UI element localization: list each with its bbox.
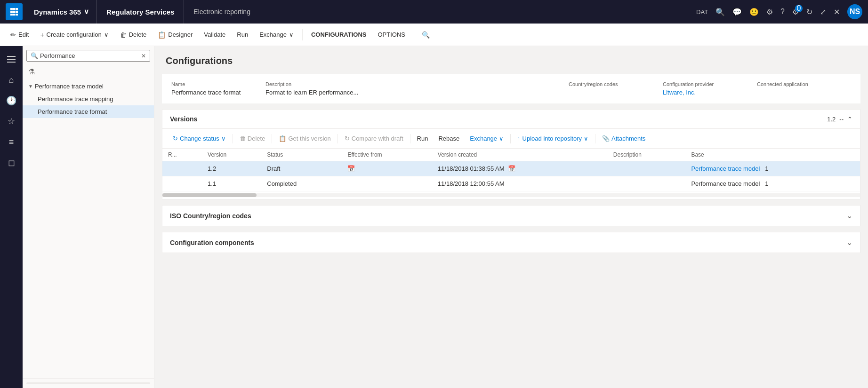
components-section-header[interactable]: Configuration components ⌄ <box>162 232 860 253</box>
versions-delete-button[interactable]: 🗑 Delete <box>235 133 270 144</box>
run-button[interactable]: Run <box>232 28 253 41</box>
sidebar-bookmark-icon[interactable]: ☆ <box>2 112 21 131</box>
sidebar-recent-icon[interactable]: 🕐 <box>2 91 21 110</box>
search-icon[interactable]: 🔍 <box>715 8 725 16</box>
change-status-icon: ↻ <box>173 135 178 142</box>
avatar[interactable]: NS <box>847 4 862 19</box>
dat-label: DAT <box>696 8 708 16</box>
edit-button[interactable]: ✏ Edit <box>6 28 33 41</box>
versions-table-wrapper: R... Version Status Effective from Versi… <box>162 149 860 199</box>
versions-section-header[interactable]: Versions 1.2 -- ⌃ <box>162 110 860 129</box>
configurations-tab[interactable]: CONFIGURATIONS <box>306 28 371 41</box>
tree-item-label-2: Performance trace format <box>38 108 107 115</box>
top-bar-right: DAT 🔍 💬 🙂 ⚙ ? ⚙ 0 ↻ ⤢ ✕ NS <box>696 4 862 19</box>
delete-button[interactable]: 🗑 Delete <box>115 28 152 41</box>
cell-description-1 <box>608 176 686 191</box>
sidebar-hamburger[interactable] <box>2 50 21 69</box>
search-box-icon: 🔍 <box>31 52 38 59</box>
cell-base-1: Performance trace model 1 <box>685 176 860 191</box>
exchange-button[interactable]: Exchange ∨ <box>255 28 298 41</box>
upload-repository-button[interactable]: ↑ Upload into repository ∨ <box>513 133 593 144</box>
tree-item-perf-trace-format[interactable]: Performance trace format <box>23 105 154 118</box>
version-separator: -- <box>839 116 844 123</box>
search-input[interactable] <box>40 52 141 59</box>
message-icon[interactable]: 💬 <box>732 8 742 16</box>
tree-item-perf-trace-mapping[interactable]: Performance trace mapping <box>23 93 154 105</box>
cell-version-0: 1.2 <box>202 161 261 176</box>
exchange-chevron: ∨ <box>289 31 294 38</box>
dynamics-nav[interactable]: Dynamics 365 ∨ <box>26 0 97 24</box>
description-col: Description Format to learn ER performan… <box>265 81 569 96</box>
cell-effective-1 <box>342 176 432 191</box>
versions-exchange-chevron: ∨ <box>499 135 504 142</box>
get-version-icon: 📋 <box>279 135 286 142</box>
versions-run-button[interactable]: Run <box>412 133 433 144</box>
cell-status-1: Completed <box>261 176 342 191</box>
svg-rect-5 <box>16 11 18 13</box>
cell-version-created-0: 11/18/2018 01:38:55 AM 📅 <box>432 161 608 176</box>
filter-icon[interactable]: ⚗ <box>28 67 35 76</box>
help-icon[interactable]: ? <box>780 8 785 16</box>
svg-rect-2 <box>16 8 18 10</box>
base-num-1: 1 <box>765 180 768 187</box>
svg-rect-4 <box>13 11 16 13</box>
sidebar-box-icon[interactable]: ◻ <box>2 153 21 172</box>
table-row[interactable]: 1.1 Completed 11/18/2018 12:00:55 AM Per… <box>162 176 860 191</box>
config-header: Configurations <box>154 46 868 74</box>
notifications-btn[interactable]: ⚙ 0 <box>792 8 799 16</box>
sidebar-home-icon[interactable]: ⌂ <box>2 71 21 89</box>
versions-delete-icon: 🗑 <box>240 135 246 142</box>
sidebar-icons: ⌂ 🕐 ☆ ≡ ◻ <box>0 46 23 388</box>
close-icon[interactable]: ✕ <box>834 8 840 16</box>
create-config-button[interactable]: + Create configuration ∨ <box>35 28 113 41</box>
country-col: Country/region codes <box>569 81 663 96</box>
edit-icon: ✏ <box>10 31 16 39</box>
cell-base-0: Performance trace model 1 <box>685 161 860 176</box>
compare-draft-button[interactable]: ↻ Compare with draft <box>340 133 408 144</box>
iso-chevron[interactable]: ⌄ <box>846 211 852 220</box>
options-tab[interactable]: OPTIONS <box>373 28 410 41</box>
validate-button[interactable]: Validate <box>199 28 230 41</box>
filter-row: ⚗ <box>23 65 154 78</box>
svg-rect-0 <box>10 8 13 10</box>
table-row[interactable]: 1.2 Draft 📅 11/18/2018 01:38:55 AM 📅 Per… <box>162 161 860 176</box>
toolbar-search-button[interactable]: 🔍 <box>418 29 434 40</box>
base-name-1: Performance trace model <box>691 180 760 187</box>
popout-icon[interactable]: ⤢ <box>820 8 826 16</box>
refresh-icon[interactable]: ↻ <box>806 8 812 16</box>
components-chevron[interactable]: ⌄ <box>846 238 852 247</box>
version-display: 1.2 <box>827 116 836 123</box>
change-status-button[interactable]: ↻ Change status ∨ <box>168 133 231 144</box>
collapse-icon[interactable]: ⌃ <box>847 116 852 123</box>
attachments-button[interactable]: 📎 Attachments <box>597 133 650 144</box>
connected-label: Connected application <box>757 81 851 87</box>
name-label: Name <box>171 81 265 87</box>
svg-rect-8 <box>16 14 18 16</box>
details-grid: Name Performance trace format Descriptio… <box>171 81 851 96</box>
col-description: Description <box>608 149 686 161</box>
search-clear-icon[interactable]: ✕ <box>141 53 146 59</box>
dynamics-label: Dynamics 365 <box>34 8 81 16</box>
tree-item-perf-trace-model[interactable]: ▼ Performance trace model <box>23 80 154 93</box>
settings-icon[interactable]: ⚙ <box>766 8 773 16</box>
provider-col: Configuration provider Litware, Inc. <box>663 81 757 96</box>
grid-icon[interactable] <box>6 3 23 20</box>
versions-exchange-button[interactable]: Exchange ∨ <box>465 133 508 144</box>
description-label: Description <box>265 81 569 87</box>
cal-icon-2[interactable]: 📅 <box>508 165 515 172</box>
provider-value[interactable]: Litware, Inc. <box>663 89 757 96</box>
sidebar-list-icon[interactable]: ≡ <box>2 133 21 151</box>
main-layout: ⌂ 🕐 ☆ ≡ ◻ 🔍 ✕ ⚗ ▼ Performance trace mode… <box>0 46 868 388</box>
face-icon[interactable]: 🙂 <box>749 8 759 16</box>
change-status-chevron: ∨ <box>221 135 226 142</box>
get-version-button[interactable]: 📋 Get this version <box>274 133 335 144</box>
ver-sep-6 <box>595 134 595 143</box>
table-scroll-thumb[interactable] <box>162 193 257 197</box>
cell-r-1 <box>162 176 202 191</box>
iso-section-header[interactable]: ISO Country/region codes ⌄ <box>162 206 860 226</box>
designer-button[interactable]: 📋 Designer <box>153 28 197 41</box>
tree-item-label-1: Performance trace mapping <box>38 95 113 103</box>
rebase-button[interactable]: Rebase <box>434 133 464 144</box>
upload-icon: ↑ <box>517 135 521 142</box>
cal-icon-1[interactable]: 📅 <box>347 165 355 172</box>
